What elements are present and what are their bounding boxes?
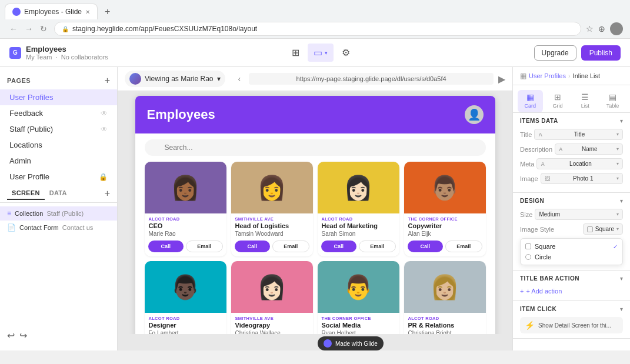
meta-val: Location	[569, 161, 592, 167]
app-team: My Team · No collaborators	[26, 54, 108, 61]
url-bar[interactable]: 🔒 staging.heyglide.com/app/FeuesCXSUUzM7…	[54, 22, 581, 36]
new-tab-button[interactable]: +	[100, 4, 115, 19]
canvas-back-button[interactable]: ‹	[235, 72, 245, 86]
left-sidebar: PAGES + User Profiles Feedback 👁 Staff (…	[0, 67, 118, 350]
forward-button[interactable]: →	[22, 22, 35, 36]
view-tab-grid[interactable]: ⊞ Grid	[545, 90, 571, 112]
desc-val: Name	[582, 146, 598, 152]
employee-info: ALCOT ROAD Designer Fo Lambert	[145, 313, 226, 334]
employee-info: ALCOT ROAD PR & Relations Christiana Bri…	[404, 313, 486, 334]
employee-grid: 👩🏾 ALCOT ROAD CEO Marie Rao Call Email 👩…	[135, 162, 495, 334]
undo-button[interactable]: ↩	[7, 330, 15, 341]
items-data-header[interactable]: ITEMS DATA ▾	[520, 118, 623, 124]
sidebar-item-user-profiles[interactable]: User Profiles	[0, 89, 117, 105]
view-tab-card[interactable]: ▦ Card	[518, 90, 543, 112]
redo-button[interactable]: ↪	[19, 330, 27, 341]
table-tab-label: Table	[606, 103, 619, 109]
sidebar-item-locations[interactable]: Locations	[0, 137, 117, 153]
title-bar-action-header[interactable]: TITLE BAR ACTION ▾	[520, 275, 623, 282]
screen-icon-button[interactable]: ▭ ▾	[308, 44, 334, 62]
employee-card[interactable]: 👨🏿 ALCOT ROAD Designer Fo Lambert Call E…	[145, 261, 226, 334]
image-field-value[interactable]: 🖼 Photo 1 ▾	[541, 173, 623, 184]
reload-button[interactable]: ↻	[38, 22, 49, 36]
sidebar-item-staff[interactable]: Staff (Public) 👁	[0, 121, 117, 137]
size-dropdown[interactable]: Medium ▾	[535, 209, 623, 220]
sidebar-item-user-profile[interactable]: User Profile 🔒	[0, 169, 117, 185]
list-icon: ≡	[7, 209, 11, 218]
email-button[interactable]: Email	[359, 241, 396, 252]
title-field-value[interactable]: A Title ▾	[534, 129, 623, 140]
active-tab[interactable]: Employees - Glide ✕	[5, 4, 98, 19]
screen-item-contact-form[interactable]: 📄 Contact Form Contact us	[0, 221, 117, 235]
lock-icon: 🔒	[99, 173, 108, 181]
image-val: Photo 1	[573, 175, 593, 182]
employee-info: SMITHVILLE AVE Videograpy Christina Wall…	[231, 313, 313, 334]
employee-card[interactable]: 👨 THE CORNER OFFICE Social Media Ryan Ho…	[318, 261, 399, 334]
item-click-text: Show Detail Screen for thi...	[538, 322, 618, 329]
item-click-title: ITEM CLICK	[520, 306, 556, 312]
size-row: Size Medium ▾	[520, 209, 623, 220]
square-check-icon: ✓	[613, 243, 618, 250]
employee-card[interactable]: 👩🏻 SMITHVILLE AVE Videograpy Christina W…	[231, 261, 313, 334]
add-action-button[interactable]: + + Add action	[520, 286, 562, 296]
screen-item-label: Collection Staff (Public)	[15, 210, 84, 217]
employee-card[interactable]: 👨🏽 THE CORNER OFFICE Copywriter Alan Eij…	[404, 162, 486, 256]
employee-photo: 👨🏿	[145, 261, 226, 313]
badge-text: Made with Glide	[335, 340, 378, 347]
meta-field-value[interactable]: A Location ▾	[536, 158, 623, 169]
add-screen-button[interactable]: +	[105, 187, 110, 200]
call-button[interactable]: Call	[235, 241, 271, 252]
sidebar-item-feedback[interactable]: Feedback 👁	[0, 105, 117, 121]
upgrade-button[interactable]: Upgrade	[534, 45, 576, 61]
viewing-avatar	[129, 73, 141, 85]
style-option-square[interactable]: Square ✓	[523, 241, 620, 252]
tab-close-icon[interactable]: ✕	[85, 9, 90, 15]
call-button[interactable]: Call	[408, 241, 444, 252]
call-button[interactable]: Call	[321, 241, 357, 252]
employee-actions: Call Email	[318, 238, 399, 256]
title-bar-action-section: TITLE BAR ACTION ▾ + + Add action	[513, 271, 630, 301]
employee-role: Videograpy	[235, 322, 309, 329]
settings-icon-button[interactable]: ⚙	[336, 44, 356, 62]
view-tab-table[interactable]: ▤ Table	[600, 90, 625, 112]
sidebar-item-label: Locations	[9, 141, 42, 149]
email-button[interactable]: Email	[445, 241, 482, 252]
email-button[interactable]: Email	[272, 241, 309, 252]
viewing-as-selector[interactable]: Viewing as Marie Rao ▾	[125, 71, 225, 87]
publish-button[interactable]: Publish	[581, 45, 621, 61]
screen-tab[interactable]: SCREEN	[7, 187, 45, 200]
breadcrumb-parent[interactable]: User Profiles	[529, 72, 566, 79]
app-header: G Employees My Team · No collaborators ⊞…	[0, 39, 630, 67]
employee-card[interactable]: 👩 SMITHVILLE AVE Head of Logistics Tamsi…	[231, 162, 313, 256]
team-name: My Team	[26, 54, 52, 61]
view-tab-list[interactable]: ☰ List	[573, 90, 598, 112]
style-option-circle[interactable]: Circle	[523, 252, 620, 262]
employee-card[interactable]: 👩🏾 ALCOT ROAD CEO Marie Rao Call Email	[145, 162, 226, 256]
layout-icon-button[interactable]: ⊞	[286, 44, 305, 62]
extension-icon[interactable]: ⊕	[598, 24, 605, 34]
image-style-dropdown[interactable]: Square ▾	[583, 223, 623, 235]
employee-card[interactable]: 👩🏻 ALCOT ROAD Head of Marketing Sarah Si…	[318, 162, 399, 256]
employee-actions: Call Email	[404, 238, 486, 256]
sidebar-item-admin[interactable]: Admin	[0, 153, 117, 169]
circle-label: Circle	[535, 253, 551, 261]
employee-card[interactable]: 👩🏼 ALCOT ROAD PR & Relations Christiana …	[404, 261, 486, 334]
back-button[interactable]: ←	[7, 22, 20, 36]
desc-field-value[interactable]: A Name ▾	[555, 143, 623, 155]
profile-avatar[interactable]	[610, 22, 623, 35]
data-tab[interactable]: DATA	[45, 187, 72, 200]
call-button[interactable]: Call	[148, 241, 184, 252]
email-button[interactable]: Email	[186, 241, 223, 252]
search-input[interactable]	[145, 139, 486, 156]
screen-item-collection[interactable]: ≡ Collection Staff (Public)	[0, 206, 117, 221]
tab-favicon	[12, 8, 21, 16]
preview-avatar: 👤	[465, 105, 484, 124]
bookmark-icon[interactable]: ☆	[586, 24, 594, 34]
employee-photo: 👩🏻	[231, 261, 313, 313]
add-page-button[interactable]: +	[105, 75, 110, 86]
plus-icon: +	[520, 288, 524, 295]
design-header[interactable]: DESIGN ▾	[520, 198, 623, 204]
employee-dept: SMITHVILLE AVE	[235, 316, 309, 321]
item-click-header[interactable]: ITEM CLICK ▾	[520, 306, 623, 312]
play-button[interactable]: ▶	[498, 74, 505, 85]
